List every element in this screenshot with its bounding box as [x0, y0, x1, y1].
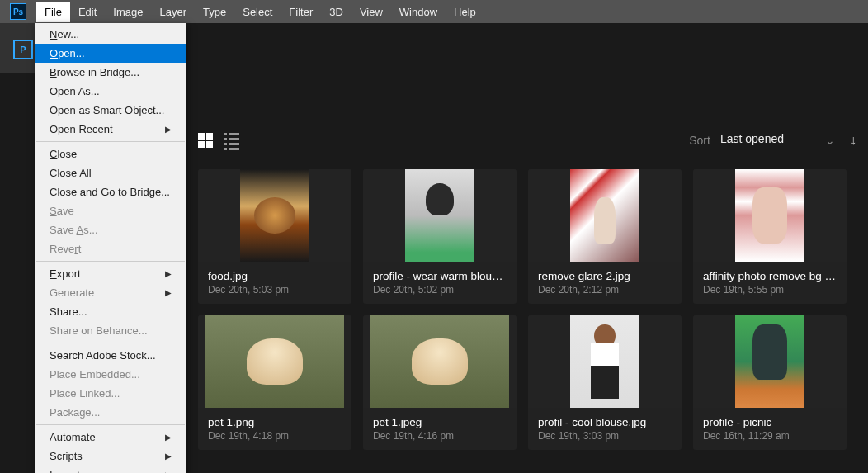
menu-image[interactable]: Image — [105, 2, 151, 22]
thumbnail — [693, 169, 847, 262]
file-name: affinity photo remove bg 1… — [693, 262, 847, 284]
thumbnail — [363, 169, 517, 262]
menu-item-place-linked: Place Linked... — [35, 384, 186, 403]
app-icon: Ps — [10, 3, 26, 20]
file-card[interactable]: pet 1.pngDec 19th, 4:18 pm — [198, 315, 351, 450]
menu-filter[interactable]: Filter — [281, 2, 321, 22]
sort-direction-icon[interactable]: ↓ — [850, 133, 856, 148]
menu-item-automate[interactable]: Automate▶ — [35, 428, 186, 447]
menu-edit[interactable]: Edit — [70, 2, 105, 22]
menu-item-package: Package... — [35, 403, 186, 422]
menu-item-generate: Generate▶ — [35, 283, 186, 302]
submenu-arrow-icon: ▶ — [165, 125, 172, 134]
file-card[interactable]: pet 1.jpegDec 19th, 4:16 pm — [363, 315, 517, 450]
file-date: Dec 20th, 5:02 pm — [363, 284, 517, 296]
submenu-arrow-icon: ▶ — [165, 433, 172, 442]
file-grid: food.jpgDec 20th, 5:03 pmprofile - wear … — [198, 169, 856, 450]
content-toolbar: Sort Last opened ⌄ ↓ — [198, 83, 856, 149]
submenu-arrow-icon: ▶ — [165, 288, 172, 297]
menu-item-scripts[interactable]: Scripts▶ — [35, 447, 186, 466]
file-menu-dropdown: New...Open...Browse in Bridge...Open As.… — [35, 23, 186, 473]
view-toggles — [198, 133, 239, 148]
file-date: Dec 20th, 5:03 pm — [198, 284, 351, 296]
menu-separator — [36, 261, 185, 262]
menubar: Ps FileEditImageLayerTypeSelectFilter3DV… — [0, 0, 868, 23]
file-name: profile - wear warm blous… — [363, 262, 517, 284]
thumbnail — [198, 315, 351, 408]
menu-item-share[interactable]: Share... — [35, 302, 186, 321]
menu-window[interactable]: Window — [391, 2, 446, 22]
file-date: Dec 19th, 5:55 pm — [693, 284, 847, 296]
menu-help[interactable]: Help — [446, 2, 484, 22]
menu-3d[interactable]: 3D — [321, 2, 351, 22]
menu-item-open-as[interactable]: Open As... — [35, 82, 186, 101]
menu-file[interactable]: File — [36, 2, 70, 22]
file-card[interactable]: remove glare 2.jpgDec 20th, 2:12 pm — [528, 169, 682, 304]
sort-control: Sort Last opened ⌄ ↓ — [689, 130, 856, 149]
file-name: remove glare 2.jpg — [528, 262, 682, 284]
file-name: profile - picnic — [693, 408, 847, 430]
menu-item-export[interactable]: Export▶ — [35, 264, 186, 283]
sort-value[interactable]: Last opened — [719, 130, 817, 149]
grid-view-icon[interactable] — [198, 133, 213, 148]
thumbnail — [363, 315, 517, 408]
menu-type[interactable]: Type — [195, 2, 234, 22]
menu-item-close-all[interactable]: Close All — [35, 163, 186, 182]
menu-separator — [36, 424, 185, 425]
menu-view[interactable]: View — [351, 2, 391, 22]
file-name: pet 1.jpeg — [363, 408, 517, 430]
menu-item-close-and-go-to-bridge[interactable]: Close and Go to Bridge... — [35, 182, 186, 201]
file-card[interactable]: profile - wear warm blous…Dec 20th, 5:02… — [363, 169, 517, 304]
file-name: profil - cool blouse.jpg — [528, 408, 682, 430]
menu-item-share-on-behance: Share on Behance... — [35, 321, 186, 340]
menu-item-place-embedded: Place Embedded... — [35, 365, 186, 384]
menu-layer[interactable]: Layer — [152, 2, 196, 22]
menu-item-search-adobe-stock[interactable]: Search Adobe Stock... — [35, 346, 186, 365]
submenu-arrow-icon: ▶ — [165, 269, 172, 278]
sort-label: Sort — [689, 134, 710, 147]
menu-item-save: Save — [35, 201, 186, 220]
chevron-down-icon[interactable]: ⌄ — [825, 134, 835, 147]
file-name: food.jpg — [198, 262, 351, 284]
thumbnail — [693, 315, 847, 408]
menu-item-import[interactable]: Import▶ — [35, 466, 186, 473]
file-date: Dec 19th, 4:16 pm — [363, 430, 517, 442]
file-card[interactable]: food.jpgDec 20th, 5:03 pm — [198, 169, 351, 304]
file-card[interactable]: profile - picnicDec 16th, 11:29 am — [693, 315, 847, 450]
submenu-arrow-icon: ▶ — [165, 452, 172, 461]
menu-item-open-as-smart-object[interactable]: Open as Smart Object... — [35, 101, 186, 120]
menu-item-open-recent[interactable]: Open Recent▶ — [35, 120, 186, 139]
app-icon-large: P — [13, 40, 33, 59]
menu-separator — [36, 343, 185, 343]
content-area: Sort Last opened ⌄ ↓ food.jpgDec 20th, 5… — [186, 73, 868, 473]
thumbnail — [198, 169, 351, 262]
menu-select[interactable]: Select — [234, 2, 281, 22]
menu-item-save-as: Save As... — [35, 220, 186, 239]
menu-separator — [36, 141, 185, 142]
thumbnail — [528, 315, 682, 408]
file-card[interactable]: affinity photo remove bg 1…Dec 19th, 5:5… — [693, 169, 847, 304]
menu-item-open[interactable]: Open... — [35, 44, 186, 63]
file-date: Dec 16th, 11:29 am — [693, 430, 847, 442]
list-view-icon[interactable] — [224, 133, 239, 148]
file-card[interactable]: profil - cool blouse.jpgDec 19th, 3:03 p… — [528, 315, 682, 450]
menu-item-new[interactable]: New... — [35, 25, 186, 44]
file-date: Dec 19th, 3:03 pm — [528, 430, 682, 442]
menu-item-revert: Revert — [35, 239, 186, 258]
menu-item-close[interactable]: Close — [35, 144, 186, 163]
thumbnail — [528, 169, 682, 262]
file-name: pet 1.png — [198, 408, 351, 430]
file-date: Dec 20th, 2:12 pm — [528, 284, 682, 296]
menu-item-browse-in-bridge[interactable]: Browse in Bridge... — [35, 63, 186, 82]
file-date: Dec 19th, 4:18 pm — [198, 430, 351, 442]
